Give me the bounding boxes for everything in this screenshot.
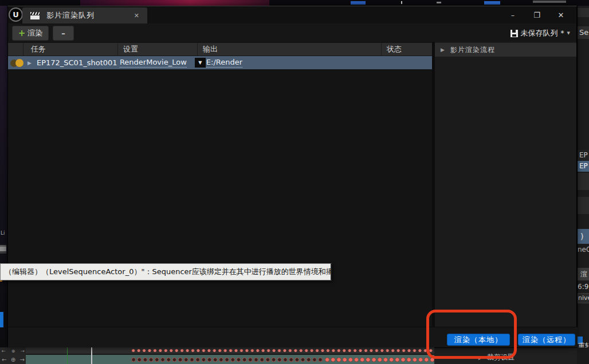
list-item-selected: EP xyxy=(578,161,589,172)
render-pipeline-title: 影片渲染流程 xyxy=(450,45,495,55)
remove-job-button[interactable]: – xyxy=(53,26,74,41)
tab-title: 影片渲染队列 xyxy=(46,10,95,21)
column-header-output: 输出 xyxy=(198,43,382,56)
background-label: Li xyxy=(1,230,5,236)
keyframe-dots xyxy=(131,356,324,363)
background-label: 6:9 xyxy=(578,282,589,292)
table-header: 任务 设置 输出 状态 xyxy=(8,43,432,56)
queue-area: 任务 设置 输出 状态 ▶ EP172_SC01_shot001 RenderM… xyxy=(8,42,432,327)
column-toggle xyxy=(8,43,23,56)
chevron-right-icon[interactable]: ▶ xyxy=(28,60,32,66)
chevron-right-icon[interactable]: ▶ xyxy=(441,47,445,53)
background-top-strip xyxy=(0,0,589,6)
background-label: ) xyxy=(578,229,589,244)
background-tick xyxy=(437,2,441,3)
crop-settings-row[interactable]: ▶ 裁剪设置 xyxy=(478,353,515,362)
movie-render-queue-window: U 影片渲染队列 ✕ – ❐ ✕ + 渲染 – 未保存队列 * ▼ xyxy=(7,6,577,347)
minimize-button[interactable]: – xyxy=(501,6,525,23)
close-button[interactable]: ✕ xyxy=(549,6,573,23)
titlebar: U 影片渲染队列 ✕ – ❐ ✕ xyxy=(8,6,576,23)
screen: Li Se EP EP ) neO 渲 6:9 nive 重轧 No C ← ⊕… xyxy=(0,0,589,364)
output-path-link[interactable]: E:/Render xyxy=(206,58,242,68)
job-enabled-toggle[interactable] xyxy=(10,59,24,67)
settings-preset-link[interactable]: RenderMovie_Low xyxy=(120,58,187,68)
background-tile xyxy=(578,173,589,190)
settings-dropdown-button[interactable]: ▼ xyxy=(195,58,206,68)
render-button-label: 渲染 xyxy=(28,28,42,38)
next-key-icon[interactable]: → xyxy=(20,357,25,363)
background-label: Se xyxy=(578,26,589,39)
keyframe-dots xyxy=(131,348,434,353)
column-header-settings: 设置 xyxy=(118,43,198,56)
background-label: 渲 xyxy=(578,268,589,280)
background-right-strip: Se EP EP ) neO 渲 6:9 nive 重轧 No C xyxy=(577,6,589,364)
save-icon xyxy=(511,30,518,37)
queue-name-label: 未保存队列 xyxy=(521,28,558,38)
thumbnail-icon xyxy=(0,245,6,254)
add-render-job-button[interactable]: + 渲染 xyxy=(12,26,49,41)
background-chip xyxy=(484,1,500,5)
background-label: neO xyxy=(578,244,589,255)
keyframe-nav-column: ← ⊕ → ← ⊕ → xyxy=(0,347,26,364)
prev-key-icon[interactable]: ← xyxy=(2,357,6,363)
prev-key-icon[interactable]: ← xyxy=(2,349,6,354)
crop-settings-panel: ▶ 裁剪设置 xyxy=(434,347,577,364)
background-label: nive xyxy=(578,293,589,303)
background-chip xyxy=(351,1,366,5)
viewport-glow xyxy=(80,0,269,6)
next-key-icon[interactable]: → xyxy=(21,349,25,354)
background-tile xyxy=(578,197,589,214)
table-row[interactable]: ▶ EP172_SC01_shot001 RenderMovie_Low ▼ E… xyxy=(8,56,432,69)
toggle-knob xyxy=(15,59,23,67)
column-header-status: 状态 xyxy=(382,43,432,56)
clapperboard-icon xyxy=(30,12,40,19)
render-pipeline-header[interactable]: ▶ 影片渲染流程 xyxy=(435,43,576,57)
background-tile xyxy=(578,8,589,17)
list-item: EP xyxy=(578,150,589,160)
crop-settings-label: 裁剪设置 xyxy=(487,353,515,362)
background-tick xyxy=(401,1,402,4)
add-key-icon[interactable]: ⊕ xyxy=(11,357,15,363)
maximize-button[interactable]: ❐ xyxy=(525,6,549,23)
window-controls: – ❐ ✕ xyxy=(501,6,573,23)
render-local-button[interactable]: 渲染（本地） xyxy=(447,334,510,346)
keyframe-dots xyxy=(324,356,434,363)
tab-close-icon[interactable]: ✕ xyxy=(134,12,139,19)
playhead-marker[interactable] xyxy=(91,347,92,364)
chevron-down-icon: ▼ xyxy=(198,60,202,65)
toolbar: + 渲染 – 未保存队列 * ▼ xyxy=(8,23,576,42)
blue-marker xyxy=(0,312,3,327)
unsaved-indicator: * xyxy=(561,29,564,37)
job-name: EP172_SC01_shot001 xyxy=(37,58,117,67)
queue-preset-dropdown[interactable]: 未保存队列 * ▼ xyxy=(511,27,570,39)
tab-movie-render-queue[interactable]: 影片渲染队列 ✕ xyxy=(22,7,147,23)
unreal-logo-icon: U xyxy=(9,7,23,22)
background-chip xyxy=(533,1,566,3)
background-left-strip: Li xyxy=(0,6,7,347)
sequencer-timeline: ← ⊕ → ← ⊕ → ▶ 裁剪设置 xyxy=(0,347,589,364)
add-key-icon[interactable]: ⊕ xyxy=(11,349,15,354)
render-pipeline-panel: ▶ 影片渲染流程 xyxy=(435,42,576,327)
playhead-marker[interactable] xyxy=(67,347,68,364)
window-footer: 渲染（本地） 渲染（远程） xyxy=(8,327,578,347)
tooltip: （编辑器）（LevelSequenceActor_0）"：Sequencer应该… xyxy=(0,263,332,280)
column-header-job: 任务 xyxy=(23,43,118,56)
chevron-right-icon[interactable]: ▶ xyxy=(478,355,482,361)
plus-icon: + xyxy=(18,28,26,38)
render-remote-button[interactable]: 渲染（远程） xyxy=(518,334,575,346)
chevron-down-icon: ▼ xyxy=(567,31,570,35)
